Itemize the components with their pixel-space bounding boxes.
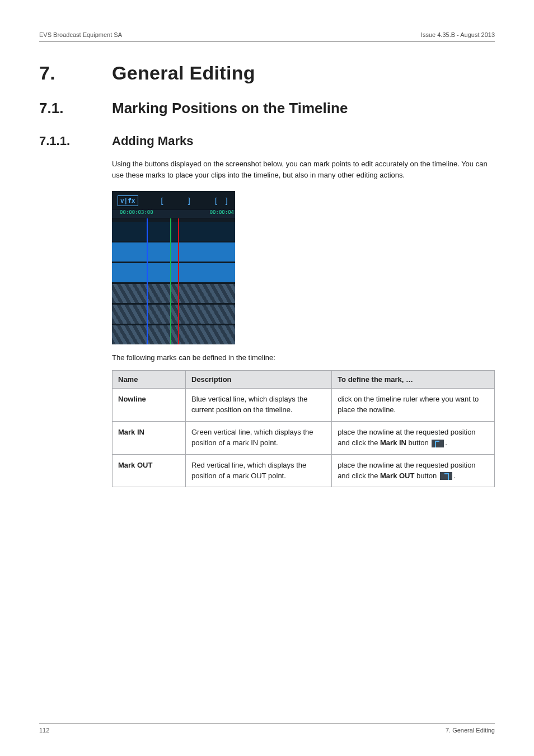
row-name: Mark OUT xyxy=(113,454,186,487)
mark-out-indicator xyxy=(178,218,179,344)
body-column: Using the buttons displayed on the scree… xyxy=(112,158,495,487)
footer-page-number: 112 xyxy=(39,727,49,734)
footer-chapter: 7. General Editing xyxy=(446,727,495,734)
section-title: Marking Positions on the Timeline xyxy=(112,100,348,116)
table-row: Mark IN Green vertical line, which displ… xyxy=(113,422,495,455)
page-footer: 112 7. General Editing xyxy=(39,723,495,734)
table-header-row: Name Description To define the mark, … xyxy=(113,371,495,389)
header-left: EVS Broadcast Equipment SA xyxy=(39,31,122,38)
track-row xyxy=(112,242,235,262)
def-bold: Mark IN xyxy=(380,438,406,447)
section-number: 7.1. xyxy=(39,100,112,117)
vfx-button[interactable]: v|fx xyxy=(118,195,138,206)
intro-paragraph: Using the buttons displayed on the scree… xyxy=(112,158,495,181)
track-row xyxy=(112,325,235,344)
def-bold: Mark OUT xyxy=(380,472,414,480)
mark-in-indicator xyxy=(170,218,171,344)
row-description: Blue vertical line, which displays the c… xyxy=(186,389,332,422)
mark-out-button[interactable]: ] xyxy=(186,197,191,206)
header-right: Issue 4.35.B - August 2013 xyxy=(421,31,495,38)
table-caption: The following marks can be defined in th… xyxy=(112,352,495,363)
row-description: Green vertical line, which displays the … xyxy=(186,422,332,455)
subsection-number: 7.1.1. xyxy=(39,134,112,148)
row-define: place the nowline at the requested posit… xyxy=(332,454,495,487)
def-end: . xyxy=(453,472,456,480)
def-suffix: button xyxy=(406,438,430,447)
chapter-title: General Editing xyxy=(112,62,255,83)
page-header: EVS Broadcast Equipment SA Issue 4.35.B … xyxy=(39,31,495,42)
row-define: place the nowline at the requested posit… xyxy=(332,422,495,455)
table-row: Nowline Blue vertical line, which displa… xyxy=(113,389,495,422)
timeline-screenshot: v|fx [ ] [ ] 00:00:03:00 00:00:04 xyxy=(112,191,235,344)
mark-out-icon xyxy=(440,472,452,480)
def-suffix: button xyxy=(414,472,438,480)
chapter-number: 7. xyxy=(39,62,112,84)
screenshot-toolbar: v|fx [ ] [ ] xyxy=(112,191,235,209)
row-name: Mark IN xyxy=(113,422,186,455)
subsection-title: Adding Marks xyxy=(112,134,193,148)
ruler-timecode-right: 00:00:04 xyxy=(210,209,234,215)
row-description: Red vertical line, which displays the po… xyxy=(186,454,332,487)
section-heading: 7.1.Marking Positions on the Timeline xyxy=(39,100,495,117)
col-define-header: To define the mark, … xyxy=(332,371,495,389)
col-name-header: Name xyxy=(113,371,186,389)
subsection-heading: 7.1.1.Adding Marks xyxy=(39,134,495,148)
marks-table: Name Description To define the mark, … N… xyxy=(112,370,495,487)
col-description-header: Description xyxy=(186,371,332,389)
mark-pair-button[interactable]: [ ] xyxy=(214,197,229,206)
mark-in-icon xyxy=(432,440,444,447)
track-row xyxy=(112,284,235,303)
row-name: Nowline xyxy=(113,389,186,422)
def-end: . xyxy=(445,438,447,447)
timeline-ruler[interactable]: 00:00:03:00 00:00:04 xyxy=(112,209,235,218)
track-row xyxy=(112,305,235,324)
track-row xyxy=(112,263,235,282)
row-define: click on the timeline ruler where you wa… xyxy=(332,389,495,422)
table-row: Mark OUT Red vertical line, which displa… xyxy=(113,454,495,487)
track-row xyxy=(112,222,235,241)
chapter-heading: 7.General Editing xyxy=(39,62,495,84)
timeline-tracks xyxy=(112,218,235,344)
ruler-timecode-left: 00:00:03:00 xyxy=(120,209,153,215)
page: EVS Broadcast Equipment SA Issue 4.35.B … xyxy=(0,0,534,756)
mark-in-button[interactable]: [ xyxy=(160,197,165,206)
nowline-indicator xyxy=(147,218,148,344)
